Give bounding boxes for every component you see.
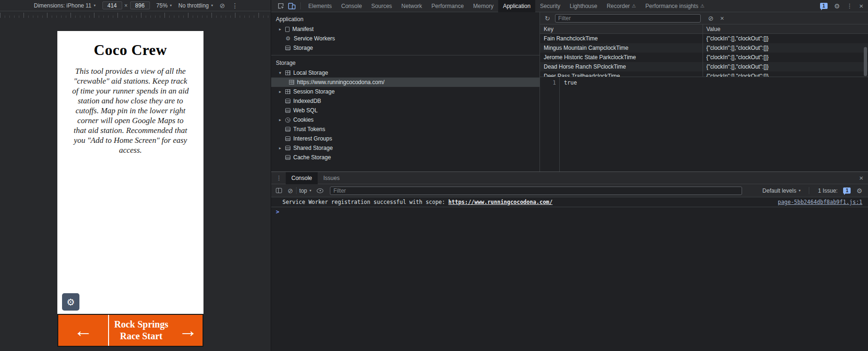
table-icon <box>285 89 290 94</box>
tab-performance-insights[interactable]: Performance insights ⚠ <box>641 0 709 12</box>
console-message: Service Worker registration successful w… <box>271 197 868 207</box>
console-filter-input[interactable] <box>330 187 742 195</box>
device-width-input[interactable] <box>102 1 122 9</box>
row-value: {"clockIn":[],"clockOut":[]} <box>703 53 868 62</box>
issues-counter-icon[interactable]: 1 <box>820 3 828 9</box>
next-station-button[interactable]: → <box>173 315 203 346</box>
device-type-dropdown[interactable]: Dimensions: iPhone 11 ▾ <box>34 2 96 9</box>
toggle-device-toolbar-button[interactable] <box>286 0 297 12</box>
clear-all-icon[interactable]: ⊘ <box>708 15 714 22</box>
experiment-icon: ⚠ <box>632 3 636 8</box>
inspect-element-button[interactable] <box>275 0 286 12</box>
section-title: Storage <box>276 60 296 66</box>
log-levels-value: Default levels <box>762 187 796 194</box>
zoom-dropdown[interactable]: 75% ▾ <box>156 2 172 9</box>
sidebar-item-cookies[interactable]: ▸ Cookies <box>271 115 540 125</box>
table-icon <box>289 80 294 85</box>
message-scope-link[interactable]: https://www.runningcocodona.com/ <box>448 199 553 205</box>
chevron-down-icon: ▾ <box>94 4 96 8</box>
close-drawer-icon[interactable]: × <box>859 174 863 182</box>
previous-station-button[interactable]: ← <box>58 315 109 346</box>
chevron-right-icon[interactable]: ▸ <box>278 117 282 122</box>
station-name: Rock Springs Race Start <box>109 315 173 346</box>
console-settings-icon[interactable]: ⚙ <box>856 187 862 194</box>
sidebar-item-cache-storage[interactable]: Cache Storage <box>271 153 540 162</box>
table-row[interactable]: Dead Horse Ranch SPclockTime {"clockIn":… <box>540 62 868 71</box>
tab-recorder[interactable]: Recorder ⚠ <box>602 0 641 12</box>
sidebar-item-manifest[interactable]: ▸ Manifest <box>271 24 540 34</box>
sidebar-item-local-storage[interactable]: ▾ Local Storage <box>271 68 540 78</box>
drawer-menu-icon[interactable]: ⋮ <box>276 174 282 181</box>
page-title: Coco Crew <box>57 41 203 59</box>
device-height-input[interactable] <box>130 1 150 9</box>
sidebar-item-service-workers[interactable]: ⚙ Service Workers <box>271 34 540 43</box>
tab-memory[interactable]: Memory <box>469 0 498 12</box>
live-expression-eye-icon[interactable] <box>317 188 323 193</box>
drawer-tab-console[interactable]: Console <box>286 172 318 184</box>
tab-sources[interactable]: Sources <box>367 0 397 12</box>
database-icon <box>285 46 290 50</box>
close-devtools-icon[interactable]: × <box>859 2 863 10</box>
tab-label: Memory <box>473 3 493 9</box>
rotate-icon[interactable]: ⊘ <box>219 2 225 9</box>
sidebar-item-trust-tokens[interactable]: Trust Tokens <box>271 125 540 134</box>
table-row[interactable]: Deer Pass TrailheadclockTime {"clockIn":… <box>540 71 868 77</box>
table-row[interactable]: Jerome Historic State ParkclockTime {"cl… <box>540 53 868 62</box>
delete-selected-icon[interactable]: × <box>720 15 724 22</box>
execution-context-dropdown[interactable]: top ▾ <box>299 187 312 194</box>
sidebar-item-label: IndexedDB <box>293 98 321 104</box>
multiply-sign: × <box>125 2 128 9</box>
tab-elements[interactable]: Elements <box>304 0 336 12</box>
sidebar-section-storage[interactable]: Storage <box>271 58 540 68</box>
log-levels-dropdown[interactable]: Default levels ▾ <box>762 187 800 194</box>
tab-security[interactable]: Security <box>535 0 565 12</box>
sidebar-item-label: Service Workers <box>294 35 335 42</box>
tab-label: Lighthouse <box>570 3 597 9</box>
tab-application[interactable]: Application <box>498 0 535 12</box>
device-toolbar-menu-icon[interactable]: ⋮ <box>232 2 238 9</box>
console-prompt[interactable]: > <box>271 207 868 217</box>
tab-performance[interactable]: Performance <box>427 0 469 12</box>
sidebar-item-session-storage[interactable]: ▸ Session Storage <box>271 87 540 96</box>
sidebar-item-label: Cache Storage <box>293 154 331 161</box>
column-header-value[interactable]: Value <box>703 24 868 33</box>
settings-gear-icon[interactable]: ⚙ <box>834 3 840 9</box>
message-source-link[interactable]: page-5bb2464dbf8ab9f1.js:1 <box>778 199 862 205</box>
drawer-tab-issues[interactable]: Issues <box>318 172 345 184</box>
sidebar-item-interest-groups[interactable]: Interest Groups <box>271 134 540 143</box>
chevron-down-icon[interactable]: ▾ <box>278 70 282 75</box>
line-number-gutter: 1 <box>540 77 560 172</box>
intro-paragraph: This tool provides a view of all the "cr… <box>72 66 189 155</box>
chevron-right-icon[interactable]: ▸ <box>278 27 282 31</box>
tab-lighthouse[interactable]: Lighthouse <box>565 0 602 12</box>
sidebar-item-label: Storage <box>293 45 313 51</box>
sidebar-item-storage[interactable]: Storage <box>271 43 540 53</box>
tab-network[interactable]: Network <box>397 0 427 12</box>
vertical-scrollbar[interactable] <box>864 47 867 76</box>
sidebar-item-shared-storage[interactable]: ▸ Shared Storage <box>271 143 540 153</box>
sidebar-item-local-storage-origin[interactable]: https://www.runningcocodona.com/ <box>271 78 540 87</box>
sidebar-item-label: https://www.runningcocodona.com/ <box>297 79 384 86</box>
tab-console[interactable]: Console <box>336 0 367 12</box>
clear-console-icon[interactable]: ⊘ <box>288 187 293 194</box>
sidebar-item-web-sql[interactable]: Web SQL <box>271 106 540 115</box>
sidebar-item-label: Interest Groups <box>293 135 332 142</box>
table-row[interactable]: Fain RanchclockTime {"clockIn":[],"clock… <box>540 34 868 43</box>
issues-counter-icon[interactable]: 1 <box>843 187 851 194</box>
throttling-dropdown[interactable]: No throttling ▾ <box>179 2 213 9</box>
table-row[interactable]: Mingus Mountain CampclockTime {"clockIn"… <box>540 43 868 53</box>
section-title: Application <box>276 16 304 23</box>
application-sidebar: Application ▸ Manifest ⚙ Service Workers… <box>271 12 540 172</box>
sidebar-item-indexeddb[interactable]: IndexedDB <box>271 96 540 106</box>
sidebar-section-application[interactable]: Application <box>271 14 540 24</box>
tab-label: Sources <box>371 3 392 9</box>
chevron-right-icon[interactable]: ▸ <box>278 89 282 94</box>
storage-items-view: ↻ ⊘ × Key Value Fain RanchclockTime {"cl… <box>540 12 868 172</box>
settings-button[interactable]: ⚙ <box>62 293 79 311</box>
column-header-key[interactable]: Key <box>540 24 703 33</box>
more-options-icon[interactable]: ⋮ <box>846 2 852 9</box>
storage-filter-input[interactable] <box>555 14 701 23</box>
refresh-icon[interactable]: ↻ <box>545 15 550 22</box>
chevron-right-icon[interactable]: ▸ <box>278 146 282 150</box>
console-sidebar-toggle-icon[interactable] <box>276 188 282 193</box>
